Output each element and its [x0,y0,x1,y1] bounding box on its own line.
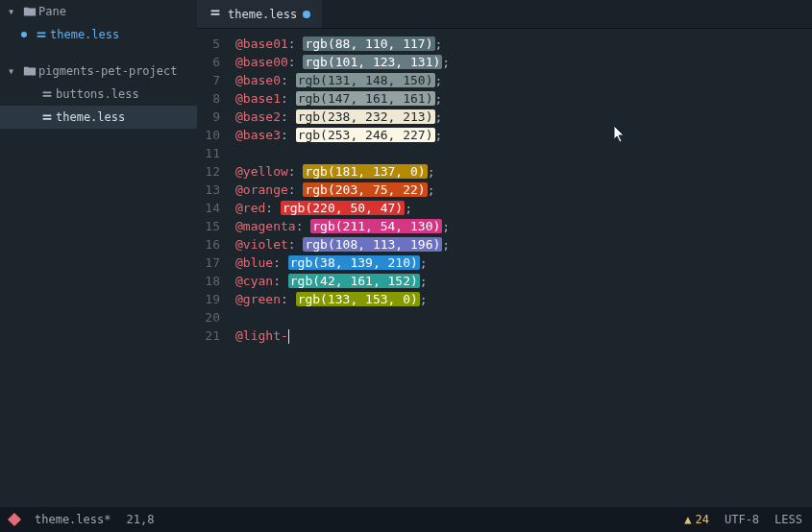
color-swatch: rgb(203, 75, 22) [303,182,427,197]
colon-token: : [281,109,296,124]
pane-header[interactable]: ▾ Pane [0,0,197,23]
editor-pane: theme.less 56789101112131415161718192021… [197,0,812,507]
variable-token: @base1 [235,91,281,106]
semicolon-token: ; [428,182,435,197]
color-swatch: rgb(220, 50, 47) [281,201,405,215]
semicolon-token: ; [420,274,428,288]
line-number: 5 [197,35,220,53]
less-file-icon [209,6,222,22]
colon-token: : [281,91,296,106]
code-line[interactable]: @blue: rgb(38, 139, 210); [235,254,812,272]
semicolon-token: ; [435,73,443,87]
code-line[interactable] [235,144,812,162]
warning-count: 24 [696,513,709,526]
colon-token: : [288,55,304,69]
line-number: 20 [197,308,220,326]
line-number: 13 [197,181,220,199]
code-line[interactable]: @base3: rgb(253, 246, 227); [235,126,812,144]
line-number: 11 [197,144,220,162]
color-swatch: rgb(211, 54, 130) [310,219,442,233]
variable-token: @light- [235,328,288,343]
semicolon-token: ; [420,255,428,270]
code-line[interactable]: @green: rgb(133, 153, 0); [235,290,812,308]
code-editor[interactable]: 56789101112131415161718192021 @base01: r… [197,29,812,507]
active-indicator-icon [21,32,27,37]
line-number: 10 [197,126,220,144]
line-number: 8 [197,89,220,108]
colon-token: : [281,73,296,87]
tab-bar: theme.less [197,0,812,29]
tab-theme-less[interactable]: theme.less [197,0,322,28]
semicolon-token: ; [435,91,443,106]
file-name: theme.less [56,110,125,124]
line-number: 18 [197,272,220,290]
line-number: 16 [197,235,220,254]
status-encoding[interactable]: UTF-8 [725,513,759,526]
colon-token: : [296,219,311,233]
colon-token: : [281,292,296,306]
variable-token: @base00 [235,55,288,69]
line-gutter: 56789101112131415161718192021 [197,29,228,507]
color-swatch: rgb(238, 232, 213) [296,109,435,124]
file-name: buttons.less [56,87,139,101]
code-line[interactable]: @orange: rgb(203, 75, 22); [235,181,812,199]
semicolon-token: ; [442,55,450,69]
modified-indicator-icon [303,11,310,18]
semicolon-token: ; [442,219,450,233]
file-entry[interactable]: buttons.less [0,83,197,106]
line-number: 9 [197,108,220,126]
variable-token: @blue [235,255,273,270]
code-line[interactable]: @base00: rgb(101, 123, 131); [235,53,812,71]
status-filename[interactable]: theme.less* [35,513,111,526]
folder-icon [21,5,38,18]
color-swatch: rgb(108, 113, 196) [303,237,442,252]
chevron-down-icon: ▾ [8,5,21,18]
code-line[interactable]: @base1: rgb(147, 161, 161); [235,89,812,108]
file-tree-sidebar: ▾ Pane theme.less ▾ pigments-pet-project [0,0,197,507]
code-line[interactable]: @base01: rgb(88, 110, 117); [235,35,812,53]
code-line[interactable]: @red: rgb(220, 50, 47); [235,199,812,217]
color-swatch: rgb(42, 161, 152) [288,274,420,288]
colon-token: : [288,182,304,197]
line-number: 14 [197,199,220,217]
variable-token: @violet [235,237,288,252]
status-grammar[interactable]: LESS [775,513,802,526]
variable-token: @magenta [235,219,296,233]
colon-token: : [273,274,288,288]
variable-token: @orange [235,182,288,197]
line-number: 7 [197,71,220,89]
color-swatch: rgb(133, 153, 0) [296,292,420,306]
variable-token: @base3 [235,128,281,142]
project-root[interactable]: ▾ pigments-pet-project [0,60,197,83]
status-warnings[interactable]: ▲ 24 [684,513,709,526]
folder-icon [21,64,38,78]
tab-title: theme.less [228,8,297,21]
error-indicator-icon[interactable] [8,513,21,526]
code-line[interactable]: @violet: rgb(108, 113, 196); [235,235,812,254]
color-swatch: rgb(181, 137, 0) [303,164,427,179]
code-line[interactable]: @yellow: rgb(181, 137, 0); [235,162,812,181]
colon-token: : [265,201,281,215]
status-bar: theme.less* 21,8 ▲ 24 UTF-8 LESS [0,507,812,532]
code-line[interactable]: @light- [235,326,812,345]
colon-token: : [288,36,304,51]
colon-token: : [273,255,288,270]
color-swatch: rgb(101, 123, 131) [303,55,442,69]
file-entry[interactable]: theme.less [0,106,197,129]
variable-token: @cyan [235,274,273,288]
status-cursor-position[interactable]: 21,8 [126,513,154,526]
code-line[interactable]: @cyan: rgb(42, 161, 152); [235,272,812,290]
code-line[interactable]: @base0: rgb(131, 148, 150); [235,71,812,89]
text-caret [288,329,289,344]
variable-token: @base01 [235,36,288,51]
code-line[interactable] [235,308,812,326]
project-name: pigments-pet-project [38,64,178,78]
code-line[interactable]: @magenta: rgb(211, 54, 130); [235,217,812,235]
semicolon-token: ; [442,237,450,252]
colon-token: : [288,237,304,252]
variable-token: @base2 [235,109,281,124]
code-line[interactable]: @base2: rgb(238, 232, 213); [235,108,812,126]
code-content[interactable]: @base01: rgb(88, 110, 117);@base00: rgb(… [228,29,812,507]
line-number: 12 [197,162,220,181]
open-file-entry[interactable]: theme.less [0,23,197,46]
